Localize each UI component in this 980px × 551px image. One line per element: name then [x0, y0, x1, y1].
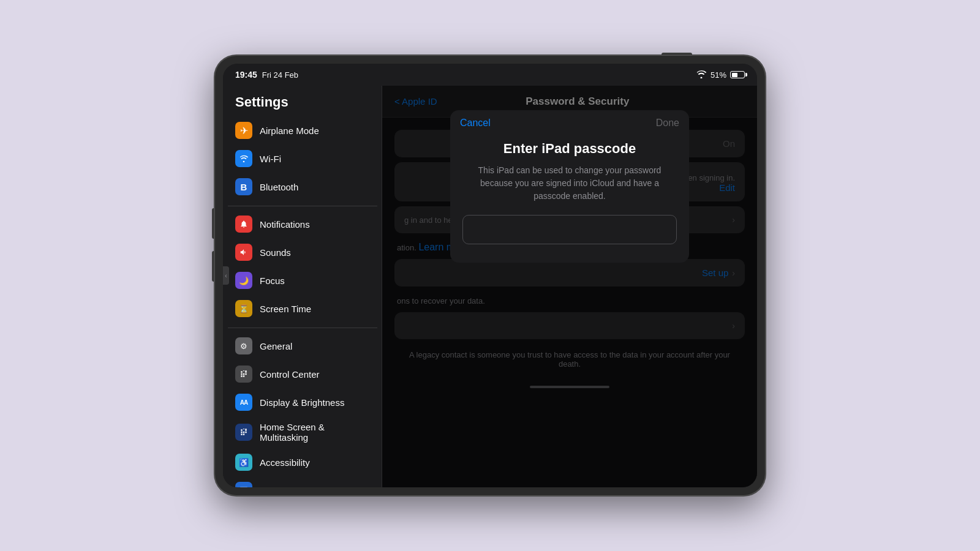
power-button[interactable] — [662, 53, 692, 55]
sounds-label: Sounds — [260, 247, 291, 258]
sidebar-item-focus[interactable]: 🌙 Focus — [228, 266, 377, 294]
sidebar-item-bluetooth[interactable]: B Bluetooth — [228, 173, 377, 201]
sidebar: Settings ✈ Airplane Mode — [223, 86, 382, 487]
sidebar-item-screen-time[interactable]: ⏳ Screen Time — [228, 294, 377, 323]
status-bar-left: 19:45 Fri 24 Feb — [235, 70, 298, 80]
sidebar-item-wifi[interactable]: Wi-Fi — [228, 144, 377, 173]
home-screen-icon — [235, 424, 252, 441]
sidebar-divider-1 — [228, 206, 377, 206]
screen-time-icon: ⏳ — [235, 300, 252, 317]
sidebar-group-preferences: ⚙ General Control Center AA Display & Br… — [228, 332, 377, 487]
main-content: Settings ✈ Airplane Mode — [223, 86, 757, 487]
modal-subtitle: This iPad can be used to change your pas… — [450, 164, 689, 215]
left-edge-collapse-button[interactable]: ‹ — [223, 266, 229, 285]
sidebar-item-sounds[interactable]: Sounds — [228, 238, 377, 266]
sidebar-group-connectivity: ✈ Airplane Mode Wi-Fi B — [228, 116, 377, 201]
focus-icon: 🌙 — [235, 272, 252, 289]
ipad-screen: 19:45 Fri 24 Feb 51% Settings — [223, 64, 757, 487]
sidebar-item-notifications[interactable]: Notifications — [228, 210, 377, 238]
sidebar-item-airplane-mode[interactable]: ✈ Airplane Mode — [228, 116, 377, 144]
accessibility-icon: ♿ — [235, 454, 252, 471]
volume-down-button[interactable] — [212, 251, 214, 282]
modal-cancel-button[interactable]: Cancel — [460, 118, 491, 129]
sidebar-item-home-screen[interactable]: Home Screen & Multitasking — [228, 416, 377, 448]
sidebar-item-display[interactable]: AA Display & Brightness — [228, 388, 377, 416]
sidebar-divider-2 — [228, 328, 377, 328]
wallpaper-icon — [235, 482, 252, 487]
ipad-device: 19:45 Fri 24 Feb 51% Settings — [214, 55, 766, 496]
wifi-status-icon — [696, 70, 707, 80]
right-panel: < Apple ID Password & Security On identi… — [382, 86, 757, 487]
status-time: 19:45 — [235, 70, 257, 80]
wallpaper-label: Wallpaper — [260, 485, 301, 488]
modal-overlay: Cancel Done Enter iPad passcode This iPa… — [382, 86, 757, 487]
accessibility-label: Accessibility — [260, 457, 310, 468]
status-bar-right: 51% — [696, 70, 745, 80]
battery-fill — [732, 73, 738, 77]
sounds-icon — [235, 244, 252, 261]
status-bar: 19:45 Fri 24 Feb 51% — [223, 64, 757, 86]
sidebar-group-system: Notifications Sounds 🌙 Focus — [228, 210, 377, 323]
sidebar-title: Settings — [223, 86, 382, 116]
bluetooth-icon: B — [235, 178, 252, 195]
wifi-icon — [235, 150, 252, 167]
display-icon: AA — [235, 394, 252, 411]
notifications-icon — [235, 216, 252, 233]
battery-percentage: 51% — [710, 70, 726, 80]
passcode-input[interactable] — [462, 215, 677, 244]
volume-up-button[interactable] — [212, 208, 214, 239]
control-center-label: Control Center — [260, 369, 320, 380]
modal-header: Cancel Done — [450, 110, 689, 129]
control-center-icon — [235, 365, 252, 383]
sidebar-item-general[interactable]: ⚙ General — [228, 332, 377, 360]
notifications-label: Notifications — [260, 219, 310, 230]
airplane-mode-label: Airplane Mode — [260, 126, 319, 136]
sidebar-item-wallpaper[interactable]: Wallpaper — [228, 476, 377, 487]
general-label: General — [260, 341, 292, 351]
display-label: Display & Brightness — [260, 397, 344, 408]
battery-icon — [730, 71, 745, 78]
modal-input-wrapper — [450, 215, 689, 263]
status-date: Fri 24 Feb — [262, 70, 298, 80]
screen-time-label: Screen Time — [260, 304, 311, 314]
sidebar-item-control-center[interactable]: Control Center — [228, 360, 377, 388]
wifi-label: Wi-Fi — [260, 154, 281, 164]
home-screen-label: Home Screen & Multitasking — [260, 422, 370, 443]
general-icon: ⚙ — [235, 337, 252, 354]
modal-done-button[interactable]: Done — [656, 118, 679, 129]
modal-title: Enter iPad passcode — [450, 129, 689, 164]
sidebar-item-accessibility[interactable]: ♿ Accessibility — [228, 448, 377, 476]
passcode-modal: Cancel Done Enter iPad passcode This iPa… — [450, 110, 689, 263]
focus-label: Focus — [260, 276, 285, 286]
sidebar-items: ✈ Airplane Mode Wi-Fi B — [223, 116, 382, 487]
bluetooth-label: Bluetooth — [260, 182, 298, 192]
airplane-mode-icon: ✈ — [235, 122, 252, 139]
